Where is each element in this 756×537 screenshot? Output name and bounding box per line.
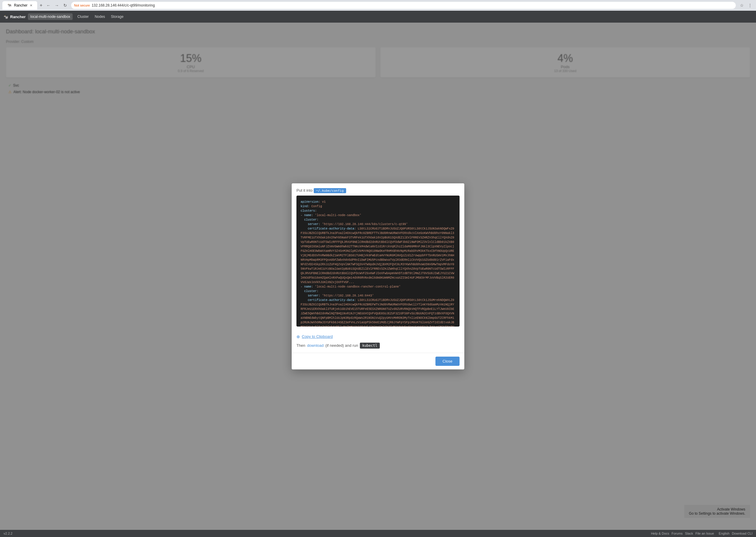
copy-to-clipboard-button[interactable]: Copy to Clipboard — [302, 334, 333, 339]
security-warning: Not secure — [74, 4, 90, 7]
new-tab-button[interactable]: + — [40, 3, 42, 8]
tab-favicon: 🐄 — [7, 3, 12, 8]
status-bar: v2.2.2 Help & Docs Forums Slack File an … — [0, 530, 756, 537]
cluster-selector[interactable]: local-multi-node-sandbox — [28, 14, 73, 20]
then-text: Then — [297, 343, 305, 348]
kubeconfig-label: ~/.kube/config — [314, 188, 346, 193]
nav-links: Cluster Nodes Storage — [75, 14, 126, 20]
kubeconfig-modal: Put it into ~/.kube/config apiVersion: v… — [292, 184, 464, 369]
file-issue-link[interactable]: File an Issue — [695, 532, 714, 535]
url-text: 132.168.28.146:444/c/c-qt99/monitoring — [92, 3, 155, 8]
app-title: Rancher — [10, 15, 25, 19]
command-row: Then download (if needed) and run kubect… — [292, 341, 464, 353]
modal-body: Put it into ~/.kube/config apiVersion: v… — [292, 184, 464, 331]
address-bar[interactable]: Not secure 132.168.28.146:444/c/c-qt99/m… — [71, 2, 736, 9]
browser-tab[interactable]: 🐄 Rancher ✕ — [2, 1, 37, 10]
nav-nodes[interactable]: Nodes — [92, 14, 107, 20]
back-button[interactable]: ← — [45, 2, 52, 9]
help-link[interactable]: Help & Docs — [651, 532, 669, 535]
kubectl-command: kubectl — [360, 343, 380, 349]
browser-actions: ☆ ⋮ — [738, 2, 754, 9]
browser-chrome: 🐄 Rancher ✕ + ← → ↻ Not secure 132.168.2… — [0, 0, 756, 11]
rancher-logo: 🐄 Rancher — [4, 15, 25, 19]
copy-row: ⊕ Copy to Clipboard — [292, 331, 464, 341]
kubeconfig-code-block: apiVersion: v1 kind: Config clusters: - … — [297, 195, 459, 327]
tab-close-button[interactable]: ✕ — [30, 4, 32, 8]
nav-storage[interactable]: Storage — [109, 14, 126, 20]
download-link[interactable]: download — [307, 343, 324, 348]
modal-intro: Put it into ~/.kube/config — [297, 188, 459, 192]
close-button[interactable]: Close — [435, 356, 459, 366]
forward-button[interactable]: → — [53, 2, 60, 9]
download-cli-link[interactable]: Download CLI — [732, 532, 752, 535]
modal-footer: Close — [292, 353, 464, 369]
app-container: 🐄 Rancher local-multi-node-sandbox Clust… — [0, 11, 756, 537]
top-nav: 🐄 Rancher local-multi-node-sandbox Clust… — [0, 11, 756, 22]
slack-link[interactable]: Slack — [685, 532, 693, 535]
menu-button[interactable]: ⋮ — [746, 2, 754, 9]
intro-text: Put it into — [297, 188, 312, 192]
forums-link[interactable]: Forums — [671, 532, 683, 535]
bookmark-button[interactable]: ☆ — [738, 2, 745, 9]
logo-icon: 🐄 — [4, 15, 8, 19]
browser-controls: ← → ↻ — [45, 2, 69, 9]
modal-overlay: Put it into ~/.kube/config apiVersion: v… — [0, 22, 756, 530]
copy-icon: ⊕ — [297, 334, 300, 339]
nav-cluster[interactable]: Cluster — [75, 14, 91, 20]
main-content: Dashboard: local-multi-node-sandbox Prov… — [0, 22, 756, 530]
language-selector[interactable]: English — [719, 532, 730, 535]
version-text: v2.2.2 — [4, 532, 13, 535]
tab-title: Rancher — [14, 3, 27, 8]
refresh-button[interactable]: ↻ — [61, 2, 69, 9]
if-needed-text: (if needed) and run — [325, 343, 358, 348]
